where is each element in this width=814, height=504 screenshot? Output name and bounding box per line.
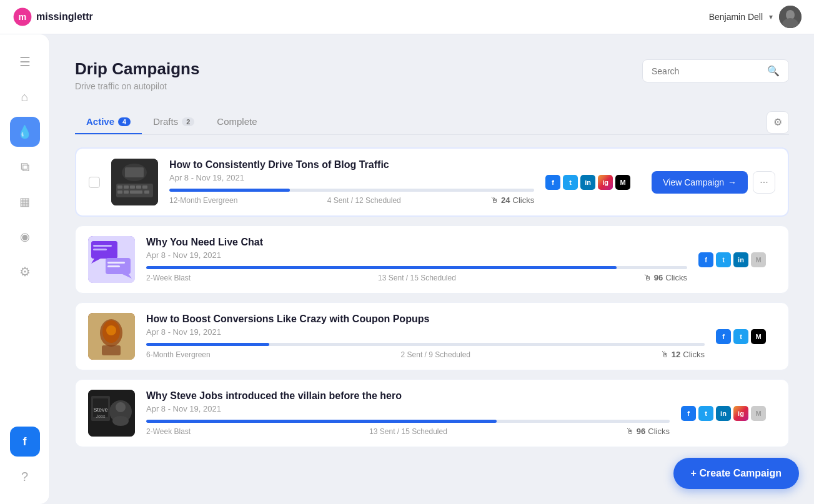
svg-point-40 [112, 416, 129, 426]
campaign-schedule-type: 2-Week Blast [146, 427, 191, 436]
medium-social-icon-gray: M [751, 406, 766, 421]
svg-rect-13 [124, 190, 129, 194]
twitter-social-icon: t [716, 252, 731, 267]
facebook-social-icon: f [698, 252, 713, 267]
campaign-clicks: 🖱 12 Clicks [661, 350, 705, 359]
facebook-social-icon: f [545, 175, 560, 190]
campaign-clicks: 🖱 96 Clicks [626, 427, 670, 436]
cursor-icon: 🖱 [490, 195, 499, 205]
posts-icon: ⧉ [21, 160, 29, 174]
svg-rect-11 [142, 185, 147, 189]
home-icon: ⌂ [21, 90, 28, 104]
svg-rect-7 [117, 185, 122, 189]
avatar[interactable] [779, 6, 802, 28]
twitter-social-icon: t [733, 329, 748, 344]
facebook-icon: f [23, 435, 27, 448]
cursor-icon: 🖱 [626, 427, 634, 436]
sidebar-item-analytics[interactable]: ◉ [10, 222, 40, 252]
campaign-checkbox[interactable] [89, 177, 100, 188]
search-box[interactable]: 🔍 [642, 59, 789, 82]
campaign-sent-scheduled: 2 Sent / 9 Scheduled [401, 350, 470, 359]
logo-icon: m [12, 7, 32, 27]
tabs-row: Active 4 Drafts 2 Complete ⚙ [75, 110, 789, 135]
campaign-progress-bar [146, 266, 687, 269]
create-campaign-button[interactable]: + Create Campaign [673, 458, 799, 489]
campaign-actions: View Campaign → ··· [652, 171, 775, 194]
tab-drafts-badge: 2 [182, 117, 194, 126]
svg-rect-17 [125, 167, 144, 177]
campaign-meta: 6-Month Evergreen 2 Sent / 9 Scheduled 🖱… [146, 350, 705, 359]
page-subtitle: Drive traffic on autopilot [75, 81, 199, 91]
page-title-block: Drip Campaigns Drive traffic on autopilo… [75, 59, 199, 91]
svg-point-39 [116, 402, 126, 412]
facebook-social-icon: f [716, 329, 731, 344]
sidebar-item-home[interactable]: ⌂ [10, 82, 40, 112]
sidebar-item-facebook[interactable]: f [10, 427, 40, 457]
campaign-body: Why You Need Live Chat Apr 8 - Nov 19, 2… [146, 237, 687, 282]
tab-active[interactable]: Active 4 [75, 110, 142, 134]
linkedin-social-icon: in [580, 175, 595, 190]
chevron-down-icon[interactable]: ▾ [769, 12, 773, 21]
drip-icon: 💧 [17, 124, 32, 139]
campaign-sent-scheduled: 13 Sent / 15 Scheduled [369, 427, 447, 436]
sidebar-item-settings[interactable]: ⚙ [10, 257, 40, 287]
svg-text:Jobs: Jobs [96, 414, 106, 418]
svg-rect-10 [136, 185, 141, 189]
sidebar-item-posts[interactable]: ⧉ [10, 152, 40, 182]
instagram-social-icon: ig [598, 175, 613, 190]
campaign-clicks: 🖱 24 Clicks [490, 195, 534, 205]
svg-rect-8 [124, 185, 129, 189]
instagram-social-icon: ig [733, 406, 748, 421]
campaign-progress-fill [146, 420, 497, 423]
app-logo[interactable]: m missinglettr [12, 7, 93, 27]
campaign-card: Why You Need Live Chat Apr 8 - Nov 19, 2… [75, 225, 789, 294]
main-content: Drip Campaigns Drive traffic on autopilo… [50, 34, 814, 504]
avatar-image [779, 6, 802, 28]
svg-text:m: m [19, 12, 27, 22]
campaign-card: How to Boost Conversions Like Crazy with… [75, 302, 789, 370]
cursor-icon: 🖱 [661, 350, 669, 359]
campaign-progress-bar [169, 189, 534, 192]
campaign-card: How to Consistently Drive Tons of Blog T… [75, 147, 789, 217]
tab-settings-button[interactable]: ⚙ [767, 111, 789, 134]
campaign-date: Apr 8 - Nov 19, 2021 [146, 404, 670, 413]
sidebar-item-help[interactable]: ? [10, 462, 40, 492]
tab-complete[interactable]: Complete [206, 110, 268, 134]
campaign-thumbnail: Steve Jobs [88, 390, 135, 437]
campaign-schedule-type: 2-Week Blast [146, 274, 191, 282]
search-icon: 🔍 [767, 65, 780, 77]
analytics-icon: ◉ [20, 230, 30, 244]
campaign-sent-scheduled: 13 Sent / 15 Scheduled [378, 274, 456, 282]
campaign-clicks: 🖱 96 Clicks [643, 273, 687, 282]
campaign-body: How to Boost Conversions Like Crazy with… [146, 314, 705, 359]
campaign-meta: 2-Week Blast 13 Sent / 15 Scheduled 🖱 96… [146, 273, 687, 282]
sidebar-item-drip-campaigns[interactable]: 💧 [10, 117, 40, 147]
svg-rect-15 [144, 190, 149, 194]
tabs-left: Active 4 Drafts 2 Complete [75, 110, 269, 134]
svg-rect-32 [102, 345, 121, 355]
linkedin-social-icon: in [716, 406, 731, 421]
campaign-social-icons: f t in ig M [681, 406, 766, 421]
campaign-social-icons: f t in M [698, 252, 766, 267]
calendar-icon: ▦ [19, 195, 30, 209]
linkedin-social-icon: in [733, 252, 748, 267]
search-input[interactable] [652, 66, 762, 76]
gear-icon: ⚙ [773, 116, 782, 128]
sidebar-item-calendar[interactable]: ▦ [10, 187, 40, 217]
tab-complete-label: Complete [217, 116, 257, 127]
user-name[interactable]: Benjamin Dell [709, 12, 763, 22]
tab-active-badge: 4 [118, 117, 131, 126]
svg-rect-21 [93, 245, 112, 247]
tab-drafts[interactable]: Drafts 2 [142, 110, 206, 134]
page-title: Drip Campaigns [75, 59, 199, 79]
campaign-progress-bar [146, 420, 670, 423]
tab-drafts-label: Drafts [153, 116, 178, 127]
svg-rect-25 [107, 262, 125, 264]
medium-social-icon: M [615, 175, 630, 190]
campaign-thumbnail [88, 236, 135, 283]
campaign-more-button[interactable]: ··· [753, 171, 775, 194]
top-navigation: m missinglettr Benjamin Dell ▾ [0, 0, 814, 34]
campaign-progress-fill [146, 343, 269, 346]
sidebar-item-menu[interactable]: ☰ [10, 47, 40, 77]
view-campaign-button[interactable]: View Campaign → [652, 171, 748, 194]
